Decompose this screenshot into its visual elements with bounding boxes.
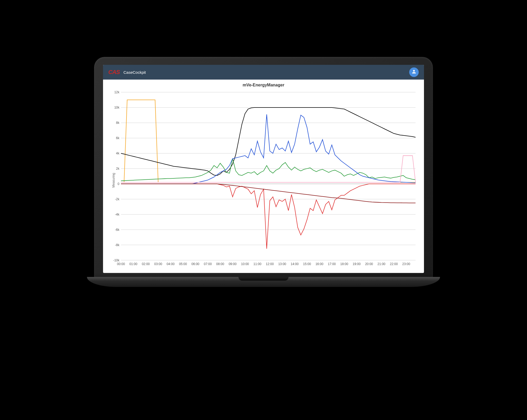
series-red (121, 184, 416, 249)
svg-text:2k: 2k (116, 167, 120, 170)
svg-text:10:00: 10:00 (241, 262, 249, 266)
svg-text:16:00: 16:00 (315, 262, 323, 266)
svg-text:-8k: -8k (115, 243, 120, 247)
svg-text:01:00: 01:00 (129, 262, 137, 266)
user-avatar-button[interactable] (409, 67, 419, 77)
series-orange (121, 100, 416, 182)
svg-text:4k: 4k (116, 152, 120, 155)
svg-text:23:00: 23:00 (402, 262, 410, 266)
svg-text:11:00: 11:00 (253, 262, 261, 266)
svg-text:10k: 10k (114, 106, 120, 109)
svg-text:02:00: 02:00 (142, 262, 150, 266)
svg-text:6k: 6k (116, 136, 120, 140)
app-header: CAS CaseCockpit (103, 65, 424, 80)
svg-text:07:00: 07:00 (204, 262, 212, 266)
laptop-notch (238, 277, 289, 281)
svg-text:15:00: 15:00 (303, 262, 311, 266)
svg-text:12k: 12k (114, 90, 120, 94)
svg-text:12:00: 12:00 (266, 262, 274, 266)
svg-text:05:00: 05:00 (179, 262, 187, 266)
svg-text:21:00: 21:00 (377, 262, 385, 266)
svg-text:08:00: 08:00 (216, 262, 224, 266)
logo: CAS (108, 69, 120, 76)
svg-text:18:00: 18:00 (340, 262, 348, 266)
chart-title: mVe-EnergyManager (108, 83, 419, 87)
chart-area[interactable]: Measuring -10k-8k-6k-4k-2k02k4k6k8k10k12… (108, 90, 419, 271)
series-darkred (121, 184, 416, 203)
y-axis-label: Measuring (112, 173, 115, 188)
svg-text:14:00: 14:00 (291, 262, 299, 266)
laptop-bezel: CAS CaseCockpit mVe-EnergyManager Measur… (94, 57, 433, 277)
series-black (121, 108, 416, 175)
chart-svg: -10k-8k-6k-4k-2k02k4k6k8k10k12k00:0001:0… (108, 90, 419, 271)
svg-text:0: 0 (118, 182, 119, 186)
svg-text:09:00: 09:00 (229, 262, 237, 266)
svg-text:04:00: 04:00 (167, 262, 174, 266)
svg-text:06:00: 06:00 (191, 262, 199, 266)
app-name: CaseCockpit (123, 70, 146, 75)
svg-text:19:00: 19:00 (353, 262, 360, 266)
screen: CAS CaseCockpit mVe-EnergyManager Measur… (103, 65, 424, 273)
series-green (121, 159, 416, 181)
series-blue (121, 114, 416, 184)
user-icon (411, 69, 417, 75)
svg-text:-4k: -4k (115, 213, 120, 216)
svg-text:-10k: -10k (113, 258, 120, 262)
svg-text:13:00: 13:00 (278, 262, 286, 266)
svg-text:8k: 8k (116, 121, 120, 125)
svg-text:-6k: -6k (115, 228, 120, 232)
svg-text:-2k: -2k (115, 197, 120, 201)
svg-text:22:00: 22:00 (390, 262, 398, 266)
laptop-base (87, 277, 440, 287)
svg-text:20:00: 20:00 (365, 262, 373, 266)
chart-container: mVe-EnergyManager Measuring -10k-8k-6k-4… (103, 80, 424, 273)
svg-text:17:00: 17:00 (328, 262, 336, 266)
svg-text:03:00: 03:00 (154, 262, 162, 266)
laptop-frame: CAS CaseCockpit mVe-EnergyManager Measur… (87, 57, 440, 307)
svg-text:00:00: 00:00 (117, 262, 125, 266)
